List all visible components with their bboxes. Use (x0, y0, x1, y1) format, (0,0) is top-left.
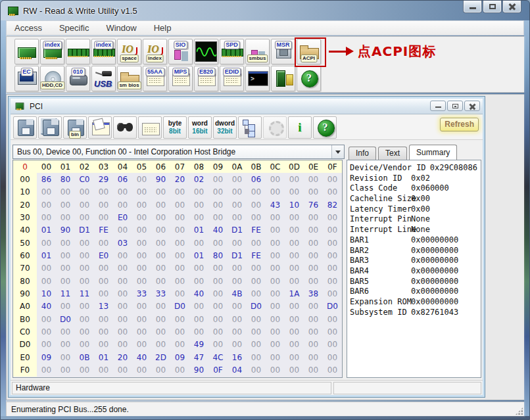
toolbar-button-help[interactable]: ? (297, 66, 321, 91)
hex-cell-50-02[interactable]: 00 (75, 237, 94, 249)
hex-cell-70-00[interactable]: 00 (37, 262, 56, 275)
hex-cell-90-0F[interactable]: 00 (323, 287, 342, 300)
hex-cell-F0-00[interactable]: 00 (37, 364, 56, 377)
hex-cell-B0-06[interactable]: 00 (151, 313, 170, 325)
hex-cell-10-0D[interactable]: 00 (285, 186, 304, 198)
hex-cell-A0-0B[interactable]: D0 (247, 300, 266, 313)
hex-cell-90-08[interactable]: 40 (189, 287, 208, 300)
hex-cell-60-01[interactable]: 00 (56, 249, 75, 262)
hex-cell-20-05[interactable]: 00 (132, 198, 151, 211)
pci-toolbar-button-find[interactable] (113, 116, 137, 139)
pci-toolbar-button-save-bin[interactable]: bin (63, 116, 87, 139)
hex-cell-90-06[interactable]: 33 (151, 287, 170, 300)
hex-cell-20-07[interactable]: 00 (170, 198, 189, 211)
hex-cell-00-04[interactable]: 06 (113, 173, 132, 185)
hex-cell-90-0E[interactable]: 38 (304, 287, 323, 300)
hex-cell-00-0D[interactable]: 00 (285, 173, 304, 185)
hex-cell-E0-00[interactable]: 09 (37, 351, 56, 363)
hex-cell-80-06[interactable]: 00 (151, 275, 170, 287)
hex-cell-40-0C[interactable]: 00 (266, 224, 285, 237)
toolbar-button-boot-55aa[interactable]: 55AA (143, 66, 167, 91)
hex-cell-30-0E[interactable]: 00 (304, 211, 323, 223)
minimize-button[interactable] (463, 1, 482, 13)
hex-cell-80-01[interactable]: 00 (56, 275, 75, 287)
hex-cell-30-05[interactable]: 00 (132, 211, 151, 223)
hex-cell-D0-04[interactable]: 00 (113, 338, 132, 351)
hex-cell-20-04[interactable]: 00 (113, 198, 132, 211)
device-selector[interactable]: Bus 00, Device 00, Function 00 - Intel C… (12, 145, 345, 159)
hex-cell-E0-07[interactable]: 09 (170, 351, 189, 363)
hex-cell-E0-0E[interactable]: 00 (304, 351, 323, 363)
hex-cell-50-07[interactable]: 00 (170, 237, 189, 249)
hex-cell-E0-0B[interactable]: 00 (247, 351, 266, 363)
hex-cell-C0-0C[interactable]: 00 (266, 325, 285, 338)
hex-cell-40-07[interactable]: 00 (170, 224, 189, 237)
hex-cell-50-0F[interactable]: 00 (323, 237, 342, 249)
hex-cell-A0-0C[interactable]: 00 (266, 300, 285, 313)
toolbar-button-super-io[interactable]: SIO (168, 39, 193, 64)
pci-toolbar-button-save-all[interactable] (38, 116, 62, 139)
hex-cell-B0-08[interactable]: 00 (189, 313, 208, 325)
hex-cell-F0-0D[interactable]: 00 (285, 364, 304, 377)
hex-cell-70-01[interactable]: 00 (56, 262, 75, 275)
hex-cell-40-0D[interactable]: 00 (285, 224, 304, 237)
pci-toolbar-button-fill-table[interactable] (138, 116, 162, 139)
toolbar-button-usb[interactable]: USB (91, 66, 116, 91)
hex-cell-40-03[interactable]: FE (94, 224, 113, 237)
hex-cell-70-02[interactable]: 00 (75, 262, 94, 275)
hex-cell-20-0B[interactable]: 00 (247, 198, 266, 211)
hex-cell-E0-08[interactable]: 47 (189, 351, 208, 363)
hex-cell-60-04[interactable]: 00 (113, 249, 132, 262)
hex-cell-E0-0F[interactable]: 00 (323, 351, 342, 363)
hex-cell-E0-06[interactable]: 2D (151, 351, 170, 363)
hex-cell-D0-05[interactable]: 00 (132, 338, 151, 351)
hex-cell-10-03[interactable]: 00 (94, 186, 113, 198)
hex-cell-40-02[interactable]: D1 (75, 224, 94, 237)
hex-cell-10-0C[interactable]: 00 (266, 186, 285, 198)
hex-cell-10-09[interactable]: 00 (208, 186, 228, 198)
hex-cell-F0-02[interactable]: 00 (75, 364, 94, 377)
refresh-button[interactable]: Refresh (440, 118, 479, 131)
hex-cell-70-09[interactable]: 00 (208, 262, 228, 275)
hex-cell-10-08[interactable]: 00 (189, 186, 208, 198)
hex-cell-20-09[interactable]: 00 (208, 198, 228, 211)
hex-cell-A0-08[interactable]: 00 (189, 300, 208, 313)
hex-cell-C0-02[interactable]: 00 (75, 325, 94, 338)
hex-cell-C0-00[interactable]: 00 (37, 325, 56, 338)
hex-cell-00-00[interactable]: 86 (37, 173, 56, 185)
hex-cell-70-0A[interactable]: 00 (228, 262, 247, 275)
hex-cell-D0-0E[interactable]: 00 (304, 338, 323, 351)
hex-cell-A0-05[interactable]: 00 (132, 300, 151, 313)
hex-cell-B0-0E[interactable]: 00 (304, 313, 323, 325)
hex-cell-F0-08[interactable]: 90 (189, 364, 208, 377)
hex-cell-40-0B[interactable]: FE (247, 224, 266, 237)
hex-cell-40-05[interactable]: 00 (132, 224, 151, 237)
hex-cell-70-0E[interactable]: 00 (304, 262, 323, 275)
hex-cell-50-06[interactable]: 00 (151, 237, 170, 249)
hex-cell-90-0D[interactable]: 1A (285, 287, 304, 300)
hex-cell-C0-06[interactable]: 00 (151, 325, 170, 338)
hex-cell-80-0B[interactable]: 00 (247, 275, 266, 287)
hex-cell-00-0B[interactable]: 06 (247, 173, 266, 185)
pci-toolbar-button-word-mode[interactable]: word16bit (188, 116, 212, 139)
hex-cell-50-04[interactable]: 03 (113, 237, 132, 249)
hex-cell-80-0D[interactable]: 00 (285, 275, 304, 287)
hex-cell-C0-04[interactable]: 00 (113, 325, 132, 338)
hex-cell-E0-05[interactable]: 40 (132, 351, 151, 363)
hex-cell-40-09[interactable]: 40 (208, 224, 228, 237)
toolbar-button-hdd-cd[interactable]: HDD,CD (40, 66, 64, 91)
menu-window[interactable]: Window (106, 23, 136, 33)
hex-cell-20-0D[interactable]: 10 (285, 198, 304, 211)
hex-cell-70-04[interactable]: 00 (113, 262, 132, 275)
hex-cell-30-09[interactable]: 00 (208, 211, 228, 223)
hex-cell-F0-09[interactable]: 0F (208, 364, 228, 377)
hex-cell-C0-0E[interactable]: 00 (304, 325, 323, 338)
hex-cell-A0-01[interactable]: 00 (56, 300, 75, 313)
tab-summary[interactable]: Summary (409, 145, 457, 160)
hex-cell-00-0F[interactable]: 00 (323, 173, 342, 185)
hex-cell-D0-09[interactable]: 00 (208, 338, 228, 351)
hex-cell-F0-01[interactable]: 00 (56, 364, 75, 377)
pci-toolbar-button-save[interactable] (13, 116, 37, 139)
hex-cell-C0-09[interactable]: 00 (208, 325, 228, 338)
hex-cell-B0-02[interactable]: 00 (75, 313, 94, 325)
